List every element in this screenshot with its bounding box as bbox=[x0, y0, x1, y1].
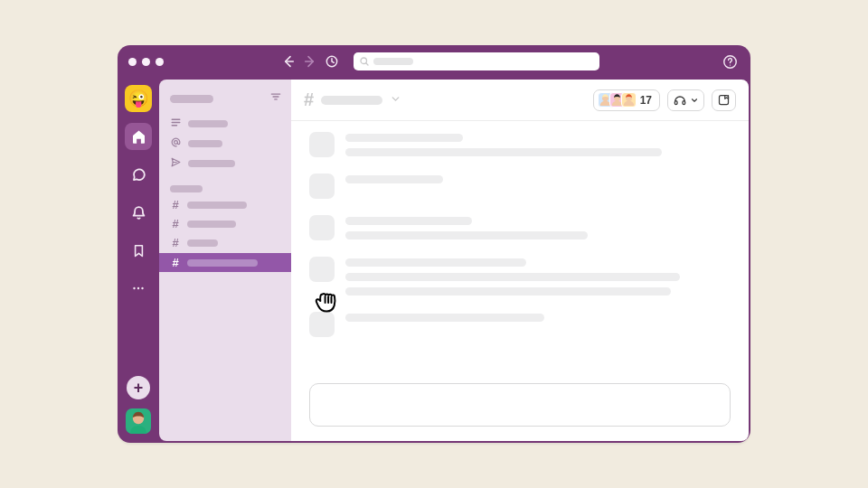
message-text-line bbox=[345, 287, 671, 296]
add-label: + bbox=[134, 379, 144, 398]
sidebar-channel-item[interactable]: # bbox=[159, 214, 291, 233]
svg-rect-23 bbox=[683, 100, 685, 104]
nav-back-icon[interactable] bbox=[281, 54, 296, 69]
members-button[interactable]: 17 bbox=[593, 89, 660, 111]
hash-icon: # bbox=[304, 89, 314, 110]
sidebar-section-channels[interactable] bbox=[159, 183, 291, 195]
traffic-light-minimize[interactable] bbox=[142, 58, 150, 66]
svg-point-8 bbox=[137, 287, 139, 289]
message-text-line bbox=[345, 148, 662, 156]
rail-activity[interactable] bbox=[125, 199, 152, 226]
hash-icon: # bbox=[170, 198, 181, 211]
message-text-line bbox=[345, 273, 680, 281]
drafts-icon bbox=[170, 156, 182, 171]
member-count: 17 bbox=[640, 94, 652, 107]
traffic-light-zoom[interactable] bbox=[156, 58, 164, 66]
message-list[interactable] bbox=[291, 121, 749, 374]
svg-rect-22 bbox=[675, 100, 677, 104]
sidebar-channel-item[interactable]: # bbox=[159, 253, 291, 272]
hash-icon: # bbox=[170, 236, 181, 249]
rail-more[interactable] bbox=[125, 275, 152, 302]
filter-icon[interactable] bbox=[269, 90, 282, 107]
channel-name[interactable] bbox=[321, 96, 382, 105]
sidebar-item-label bbox=[187, 221, 236, 228]
channel-sidebar: #### bbox=[159, 80, 291, 441]
message-avatar bbox=[309, 215, 335, 240]
main-panel: # 17 bbox=[291, 80, 749, 441]
message-item[interactable] bbox=[309, 215, 731, 240]
svg-rect-24 bbox=[720, 96, 729, 105]
message-item[interactable] bbox=[309, 257, 731, 296]
sidebar-nav-item[interactable] bbox=[159, 134, 291, 154]
sidebar-item-label bbox=[187, 202, 247, 209]
rail-dms[interactable] bbox=[125, 161, 152, 188]
svg-point-6 bbox=[730, 64, 731, 65]
message-text-line bbox=[345, 231, 588, 239]
message-text-line bbox=[345, 134, 463, 142]
sidebar-channel-item[interactable]: # bbox=[159, 195, 291, 214]
window-controls bbox=[128, 58, 164, 66]
channel-header: # 17 bbox=[291, 80, 749, 121]
search-placeholder bbox=[373, 58, 413, 65]
message-item[interactable] bbox=[309, 132, 731, 157]
sidebar-item-label bbox=[188, 120, 228, 127]
message-text-line bbox=[345, 258, 526, 267]
traffic-light-close[interactable] bbox=[128, 58, 137, 66]
message-avatar bbox=[309, 257, 335, 282]
rail-later[interactable] bbox=[125, 237, 152, 264]
sidebar-item-label bbox=[188, 140, 222, 147]
message-avatar bbox=[309, 174, 335, 199]
mentions-icon bbox=[170, 136, 182, 151]
thread-icon bbox=[170, 117, 182, 131]
sidebar-nav-item[interactable] bbox=[159, 114, 291, 134]
chevron-down-icon[interactable] bbox=[390, 92, 401, 108]
huddle-button[interactable] bbox=[667, 89, 704, 111]
message-composer[interactable] bbox=[309, 383, 731, 427]
titlebar bbox=[118, 45, 750, 78]
sidebar-item-label bbox=[188, 160, 235, 167]
message-avatar bbox=[309, 312, 335, 337]
message-avatar bbox=[309, 132, 335, 157]
rail-home[interactable] bbox=[125, 123, 152, 150]
sidebar-item-label bbox=[187, 259, 258, 267]
left-rail: 😜 + bbox=[118, 78, 159, 443]
message-text-line bbox=[345, 314, 544, 322]
workspace-name[interactable] bbox=[170, 95, 213, 103]
workspace-emoji: 😜 bbox=[128, 89, 148, 108]
svg-point-7 bbox=[133, 287, 135, 289]
app-window: 😜 + bbox=[118, 45, 750, 443]
member-avatar bbox=[621, 92, 637, 108]
svg-point-9 bbox=[141, 287, 143, 289]
history-icon[interactable] bbox=[325, 54, 339, 69]
canvas-button[interactable] bbox=[712, 89, 736, 111]
sidebar-item-label bbox=[187, 239, 218, 247]
sidebar-channel-item[interactable]: # bbox=[159, 233, 291, 252]
message-text-line bbox=[345, 217, 472, 225]
workspace-switcher[interactable]: 😜 bbox=[125, 85, 152, 112]
message-item[interactable] bbox=[309, 174, 731, 199]
search-input[interactable] bbox=[354, 52, 599, 70]
hash-icon: # bbox=[170, 256, 181, 269]
help-icon[interactable] bbox=[722, 54, 738, 70]
hash-icon: # bbox=[170, 217, 181, 230]
add-workspace-button[interactable]: + bbox=[127, 376, 150, 399]
user-avatar[interactable] bbox=[126, 408, 151, 434]
sidebar-nav-item[interactable] bbox=[159, 154, 291, 174]
nav-forward-icon[interactable] bbox=[303, 54, 317, 69]
message-item[interactable] bbox=[309, 312, 731, 337]
message-text-line bbox=[345, 175, 443, 183]
svg-line-4 bbox=[366, 63, 368, 65]
